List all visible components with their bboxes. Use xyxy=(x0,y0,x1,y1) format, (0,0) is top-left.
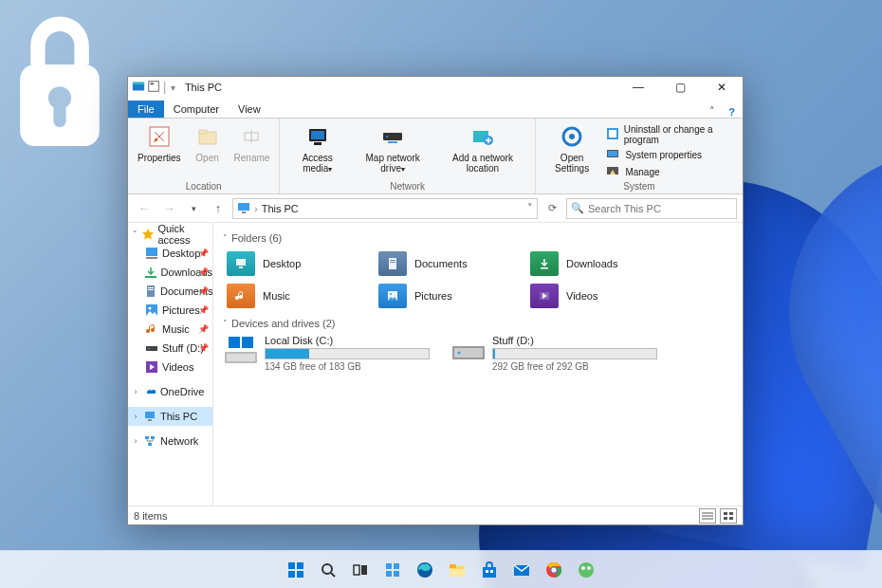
titlebar[interactable]: │ ▾ This PC ― ▢ ✕ xyxy=(128,77,743,98)
svg-rect-77 xyxy=(386,563,392,569)
tab-computer[interactable]: Computer xyxy=(164,101,229,118)
svg-rect-30 xyxy=(146,257,157,259)
svg-rect-40 xyxy=(145,412,155,418)
search-box[interactable]: 🔍 xyxy=(566,198,737,219)
recent-locations-button[interactable]: ▾ xyxy=(183,198,204,219)
large-icons-view-button[interactable] xyxy=(720,508,737,524)
pin-icon: 📌 xyxy=(198,286,209,296)
address-bar[interactable]: › This PC ˅ xyxy=(232,198,538,219)
svg-rect-46 xyxy=(239,266,243,268)
sidebar-item-music[interactable]: Music📌 xyxy=(128,320,212,339)
uninstall-program-link[interactable]: Uninstall or change a program xyxy=(606,124,737,145)
svg-rect-14 xyxy=(314,142,322,145)
sidebar-network[interactable]: ›Network xyxy=(128,432,212,450)
ribbon-tabstrip: File Computer View ˄ ? xyxy=(128,98,743,119)
svg-rect-5 xyxy=(149,82,159,92)
this-pc-icon xyxy=(237,201,250,216)
svg-point-52 xyxy=(390,293,392,295)
svg-rect-49 xyxy=(390,262,395,263)
address-dropdown-icon[interactable]: ˅ xyxy=(527,202,533,214)
folder-videos[interactable]: Videos xyxy=(526,280,678,312)
svg-rect-75 xyxy=(354,565,359,575)
sidebar-item-downloads[interactable]: Downloads📌 xyxy=(128,263,212,282)
details-view-button[interactable] xyxy=(699,508,716,524)
sidebar-this-pc[interactable]: ›This PC xyxy=(128,407,212,426)
svg-rect-4 xyxy=(133,83,144,85)
search-input[interactable] xyxy=(588,203,732,214)
svg-rect-9 xyxy=(199,130,207,134)
back-button[interactable]: ← xyxy=(134,198,155,219)
downloads-icon xyxy=(145,266,157,279)
edge-icon[interactable] xyxy=(412,557,438,583)
svg-rect-33 xyxy=(148,287,154,288)
svg-point-16 xyxy=(386,136,388,138)
this-pc-icon xyxy=(143,410,156,423)
svg-rect-45 xyxy=(236,259,246,266)
folder-documents[interactable]: Documents xyxy=(375,248,526,280)
status-item-count: 8 items xyxy=(134,510,167,522)
task-view-icon[interactable] xyxy=(347,557,374,583)
svg-point-91 xyxy=(552,567,557,572)
open-settings-button[interactable]: Open Settings xyxy=(542,120,603,175)
store-icon[interactable] xyxy=(476,557,503,583)
ribbon-collapse-icon[interactable]: ˄ xyxy=(704,105,721,118)
start-button[interactable] xyxy=(283,557,309,583)
properties-button[interactable]: Properties xyxy=(134,120,185,165)
forward-button[interactable]: → xyxy=(158,198,179,219)
sidebar-item-pictures[interactable]: Pictures📌 xyxy=(128,301,212,320)
chevron-down-icon: ˅ xyxy=(223,233,228,243)
sidebar-item-desktop[interactable]: Desktop📌 xyxy=(128,244,212,263)
sidebar-item-videos[interactable]: Videos xyxy=(128,358,212,377)
ribbon-group-network: Access media▾ Map network drive▾ Add a n… xyxy=(280,119,535,193)
svg-rect-25 xyxy=(608,151,617,156)
taskbar-search-icon[interactable] xyxy=(315,557,341,583)
svg-rect-55 xyxy=(227,354,255,361)
close-button[interactable]: ✕ xyxy=(701,77,743,98)
sidebar-onedrive[interactable]: ›OneDrive xyxy=(128,382,212,401)
drive-stuff-d[interactable]: Stuff (D:) 292 GB free of 292 GB xyxy=(450,333,659,374)
minimize-button[interactable]: ― xyxy=(617,77,659,98)
access-media-button[interactable]: Access media▾ xyxy=(285,120,349,176)
videos-icon xyxy=(145,360,158,374)
map-network-drive-button[interactable]: Map network drive▾ xyxy=(353,120,432,176)
svg-rect-79 xyxy=(386,571,392,577)
folders-section-header[interactable]: ˅ Folders (6) xyxy=(223,232,733,244)
tab-file[interactable]: File xyxy=(128,101,164,118)
chrome-icon[interactable] xyxy=(541,557,567,583)
maximize-button[interactable]: ▢ xyxy=(659,77,701,98)
app-icon[interactable] xyxy=(573,557,599,583)
folder-music[interactable]: Music xyxy=(223,280,375,312)
svg-rect-71 xyxy=(288,571,295,578)
rename-button: Rename xyxy=(230,120,274,165)
svg-rect-48 xyxy=(390,260,395,261)
qat-properties-icon[interactable] xyxy=(147,80,160,95)
svg-rect-17 xyxy=(388,141,397,143)
manage-link[interactable]: Manage xyxy=(606,164,737,179)
breadcrumb[interactable]: This PC xyxy=(262,203,299,214)
system-properties-link[interactable]: System properties xyxy=(606,147,737,162)
folder-downloads[interactable]: Downloads xyxy=(526,248,678,280)
sidebar-item-stuff-d[interactable]: Stuff (D:)📌 xyxy=(128,339,212,358)
explorer-icon[interactable] xyxy=(444,557,470,583)
svg-rect-2 xyxy=(53,102,65,127)
add-network-location-button[interactable]: Add a network location xyxy=(436,120,529,175)
window-title: This PC xyxy=(179,82,617,93)
folder-desktop[interactable]: Desktop xyxy=(223,248,375,280)
svg-rect-28 xyxy=(242,211,246,213)
tab-view[interactable]: View xyxy=(229,101,270,118)
pictures-icon xyxy=(145,303,158,317)
refresh-button[interactable]: ⟳ xyxy=(542,198,562,219)
sidebar-item-documents[interactable]: Documents📌 xyxy=(128,282,212,301)
drive-local-disk-c[interactable]: Local Disk (C:) 134 GB free of 183 GB xyxy=(223,333,432,374)
folder-pictures[interactable]: Pictures xyxy=(375,280,526,312)
mail-icon[interactable] xyxy=(508,557,535,583)
svg-point-93 xyxy=(581,566,585,570)
qat-customize-icon[interactable]: ▾ xyxy=(171,83,175,93)
up-button[interactable]: ↑ xyxy=(208,198,229,219)
status-bar: 8 items xyxy=(128,505,743,524)
help-icon[interactable]: ? xyxy=(721,106,743,118)
sidebar-quick-access[interactable]: ˅ Quick access xyxy=(128,225,212,244)
drives-section-header[interactable]: ˅ Devices and drives (2) xyxy=(223,318,733,329)
widgets-icon[interactable] xyxy=(379,557,406,583)
taskbar xyxy=(0,550,882,588)
